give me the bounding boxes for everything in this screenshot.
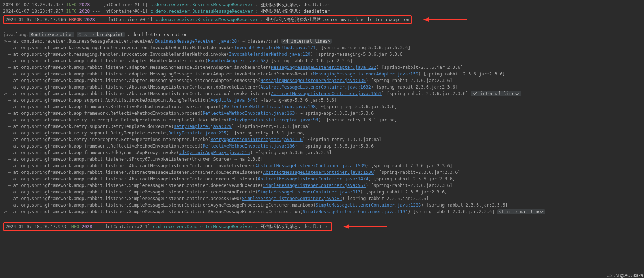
frame-bullet-icon: — — [8, 203, 13, 208]
log-message: 业务队列A收到消息: deadletter — [261, 9, 330, 14]
stack-frame: — at org.springframework.retry.support.R… — [3, 123, 644, 130]
frame-jar: ) ~[spring-aop-5.3.6.jar:5.3.6] — [316, 104, 397, 109]
frame-jar: ) ~[spring-aop-5.3.6.jar:5.3.6] — [295, 144, 376, 149]
source-link[interactable]: RetryOperationsInterceptor.java:116 — [210, 137, 303, 142]
stack-frame: >— at com.demo.receiver.BusinessMessageR… — [3, 38, 644, 44]
frame-gutter-icon[interactable]: > — [3, 90, 8, 97]
source-link[interactable]: SimpleMessageListenerContainer.java:83 — [242, 196, 342, 201]
source-link[interactable]: MessagingMessageListenerAdapter.java:135 — [261, 78, 366, 83]
source-link[interactable]: ReflectiveMethodInvocation.java:198 — [224, 104, 316, 109]
svg-marker-1 — [423, 17, 429, 22]
frame-method: at org.springframework.amqp.rabbit.liste… — [13, 71, 313, 77]
stack-frame: — at org.springframework.amqp.rabbit.lis… — [3, 64, 644, 71]
internal-lines-badge[interactable]: <4 internal lines> — [471, 91, 521, 96]
frame-method: at org.springframework.aop.framework.Ref… — [13, 111, 202, 116]
source-link[interactable]: AbstractMessageListenerContainer.java:15… — [263, 170, 374, 175]
internal-lines-badge[interactable]: <1 internal line> — [497, 209, 545, 214]
frame-jar: ) ~[spring-aop-5.3.6.jar:5.3.6] — [250, 150, 332, 155]
stack-frame: — at org.springframework.retry.support.R… — [3, 130, 644, 136]
frame-bullet-icon: — — [8, 196, 13, 201]
create-breakpoint-button[interactable]: Create breakpoint — [77, 32, 125, 37]
frame-bullet-icon: — — [8, 150, 13, 155]
log-timestamp: 2024-01-07 18:20:47.957 — [3, 2, 63, 7]
frame-bullet-icon: — — [8, 130, 13, 136]
log-level: ERROR — [68, 17, 82, 22]
frame-jar: ) [spring-rabbit-2.3.6.jar:2.3.6] — [421, 203, 507, 208]
frame-bullet-icon: — — [8, 65, 13, 70]
source-link[interactable]: BusinessMessageReceiver.java:28 — [155, 39, 237, 44]
exception-package: java.lang. — [3, 32, 29, 37]
frame-jar: ) [spring-rabbit-2.3.6.jar:2.3.6] — [368, 176, 455, 181]
exception-class[interactable]: RuntimeException — [29, 32, 74, 37]
internal-lines-badge[interactable]: <4 internal lines> — [281, 39, 332, 44]
log-pid: 2028 — [79, 2, 90, 7]
frame-jar: ) ~[classes/:na] — [237, 39, 282, 44]
source-link[interactable]: RetryOperationsInterceptor.java:93 — [229, 117, 319, 122]
exception-message: : dead letter exception — [125, 32, 187, 37]
frame-method: at org.springframework.amqp.rabbit.liste… — [13, 78, 260, 83]
stack-frame: — at org.springframework.amqp.rabbit.lis… — [3, 182, 644, 189]
frame-bullet-icon: — — [8, 45, 13, 50]
frame-bullet-icon: — — [8, 91, 13, 96]
frame-method: at org.springframework.retry.interceptor… — [13, 117, 229, 122]
frame-bullet-icon: — — [8, 144, 13, 149]
stack-frame: — at org.springframework.messaging.handl… — [3, 51, 644, 58]
frame-bullet-icon: — — [8, 163, 13, 168]
log-pid: 2028 — [79, 9, 90, 14]
source-link[interactable]: MessagingMessageListenerAdapter.java:150 — [313, 71, 418, 77]
log-message: 业务队列B收到消息: deadletter — [261, 2, 330, 7]
log-class: c.d.receiver.DeadLetterMessageReceiver — [153, 224, 253, 229]
frame-method: at com.demo.receiver.BusinessMessageRece… — [13, 39, 155, 44]
source-link[interactable]: AopUtils.java:344 — [210, 98, 255, 103]
stack-frame: — at org.springframework.amqp.rabbit.lis… — [3, 189, 644, 195]
source-link[interactable]: SimpleMessageListenerContainer.java:1288 — [316, 203, 421, 208]
log-thread: [ntContainer#1-1] — [103, 2, 148, 7]
source-link[interactable]: AbstractMessageListenerContainer.java:15… — [255, 163, 366, 168]
source-link[interactable]: AbstractMessageListenerContainer.java:14… — [258, 176, 368, 181]
frame-jar: ~[na:2.3.6] — [232, 157, 263, 162]
log-timestamp: 2024-01-07 18:20:47.973 — [5, 224, 66, 229]
log-class: c.demo.receiver.BusinessMessageReceiver — [150, 2, 253, 7]
frame-jar: ) [spring-rabbit-2.3.6.jar:2.3.6] — [342, 196, 429, 201]
source-link[interactable]: SimpleMessageListenerContainer.java:913 — [258, 189, 360, 195]
frame-method: at org.springframework.retry.interceptor… — [13, 137, 210, 142]
source-link[interactable]: AbstractMessageListenerContainer.java:15… — [271, 91, 381, 96]
source-link[interactable]: MessagingMessageListenerAdapter.java:222 — [271, 65, 376, 70]
source-link[interactable]: HandlerAdapter.java:68 — [208, 58, 266, 63]
stack-frame: — at org.springframework.aop.framework.R… — [3, 103, 644, 110]
stack-frame: — at org.springframework.aop.framework.R… — [3, 110, 644, 117]
source-link[interactable]: AbstractMessageListenerContainer.java:16… — [261, 85, 371, 90]
frame-jar: ) ~[spring-aop-5.3.6.jar:5.3.6] — [295, 111, 376, 116]
log-line: 2024-01-07 18:20:47.973 INFO 2028 --- [n… — [3, 222, 644, 232]
source-link[interactable]: InvocableHandlerMethod.java:171 — [234, 45, 316, 50]
stack-frame: — at org.springframework.amqp.rabbit.lis… — [3, 195, 644, 202]
source-link[interactable]: SimpleMessageListenerContainer.java:1194 — [303, 209, 408, 214]
frame-method: at org.springframework.retry.support.Ret… — [13, 124, 174, 129]
source-link[interactable]: RetryTemplate.java:225 — [169, 130, 226, 136]
watermark: CSDN @ACGkaka_ — [606, 272, 644, 278]
source-link[interactable]: ReflectiveMethodInvocation.java:186 — [203, 144, 295, 149]
source-link[interactable]: InvocableHandlerMethod.java:120 — [229, 52, 311, 57]
source-link[interactable]: ReflectiveMethodInvocation.java:163 — [203, 111, 295, 116]
frame-gutter-icon[interactable]: > — [3, 38, 8, 44]
log-line-content: 2024-01-07 18:20:47.957 INFO 2028 --- [n… — [3, 1, 330, 8]
log-line: 2024-01-07 18:20:47.957 INFO 2028 --- [n… — [3, 1, 644, 8]
frame-bullet-icon: — — [8, 111, 13, 116]
source-link[interactable]: RetryTemplate.java:329 — [174, 124, 232, 129]
frame-bullet-icon: — — [8, 124, 13, 129]
highlight-arrow-icon — [423, 17, 467, 23]
stack-frame: — at org.springframework.amqp.rabbit.lis… — [3, 163, 644, 169]
frame-bullet-icon: — — [8, 170, 13, 175]
frame-method: at org.springframework.messaging.handler… — [13, 45, 234, 50]
frame-method: at org.springframework.amqp.rabbit.liste… — [13, 189, 258, 195]
stack-frame: — at org.springframework.messaging.handl… — [3, 44, 644, 51]
log-class: c.demo.receiver.BusinessMessageReceiver — [155, 17, 258, 22]
frame-jar: ) [spring-rabbit-2.3.6.jar:2.3.6] — [366, 78, 453, 83]
frame-jar: ) [spring-rabbit-2.3.6.jar:2.3.6] — [376, 65, 463, 70]
source-link[interactable]: JdkDynamicAopProxy.java:215 — [179, 150, 250, 155]
frame-method: at org.springframework.aop.support.AopUt… — [13, 98, 210, 103]
stack-frame: — at org.springframework.amqp.rabbit.lis… — [3, 202, 644, 208]
console-log-panel: 2024-01-07 18:20:47.957 INFO 2028 --- [n… — [3, 1, 644, 232]
frame-gutter-icon[interactable]: > — [3, 208, 8, 215]
source-link[interactable]: SimpleMessageListenerContainer.java:967 — [263, 183, 366, 188]
